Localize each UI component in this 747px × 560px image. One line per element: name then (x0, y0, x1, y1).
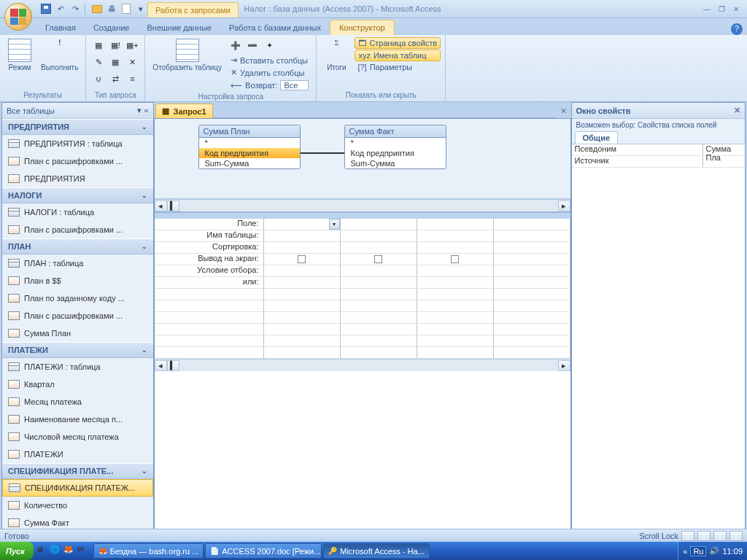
nav-item[interactable]: ПЛАТЕЖИ (2, 446, 153, 463)
nav-item[interactable]: ПРЕДПРИЯТИЯ : таблица (2, 135, 153, 152)
restore-button[interactable]: ❐ (715, 4, 728, 14)
insert-rows[interactable]: ➕ (228, 37, 244, 53)
nav-group-header[interactable]: ПРЕДПРИЯТИЯ⌄ (2, 119, 153, 135)
new-doc-icon (122, 4, 131, 14)
field-combo-button[interactable]: ▾ (329, 219, 340, 230)
ql-item[interactable]: 🌐 (50, 545, 63, 558)
nav-item[interactable]: План в $$ (2, 272, 153, 289)
qtype-select[interactable]: ▦ (90, 37, 107, 53)
taskbar-item[interactable]: 📄ACCESS 2007.doc [Режи... (205, 543, 322, 559)
propsheet-close[interactable]: ✕ (734, 106, 740, 115)
ribbon-tab-dbtools[interactable]: Работа с базами данных (220, 20, 330, 35)
nav-item[interactable]: Квартал (2, 376, 153, 393)
nav-group-header[interactable]: НАЛОГИ⌄ (2, 187, 153, 203)
ql-item[interactable]: 🖥 (36, 545, 49, 558)
nav-group-header[interactable]: ПЛАН⌄ (2, 238, 153, 254)
diagram-hscroll[interactable]: ◂▍▸ (155, 199, 570, 211)
field-list-2[interactable]: Сумма Факт * Код предприятия Sum-Сумма (344, 125, 446, 169)
return-combo[interactable]: Все (280, 80, 309, 90)
ribbon-tab-create[interactable]: Создание (85, 20, 139, 35)
property-sheet-button[interactable]: 🗔Страница свойств (355, 37, 441, 49)
minimize-button[interactable]: — (700, 4, 713, 14)
qtype-append[interactable]: ▦+ (124, 37, 140, 53)
close-button[interactable]: ✕ (729, 4, 743, 14)
start-button[interactable]: Пуск (0, 542, 34, 560)
language-indicator[interactable]: Ru (690, 546, 706, 556)
clock[interactable]: 11:09 (722, 547, 743, 556)
show-checkbox[interactable] (451, 255, 459, 263)
qat-redo[interactable]: ↷ (69, 2, 82, 15)
view-design[interactable] (713, 531, 727, 541)
nav-item[interactable]: НАЛОГИ : таблица (2, 203, 153, 221)
nav-item[interactable]: Количество (2, 497, 153, 514)
qat-undo[interactable]: ↶ (54, 2, 67, 15)
qtype-update[interactable]: ✎ (90, 54, 107, 70)
qbe-grid[interactable]: ▾ (264, 219, 570, 359)
nav-item[interactable]: ПЛАТЕЖИ : таблица (2, 358, 153, 376)
view-pivot[interactable] (729, 531, 743, 541)
tray-icon[interactable]: « (683, 547, 687, 556)
nav-item[interactable]: ПЛАН : таблица (2, 254, 153, 272)
builder[interactable]: ✦ (261, 37, 277, 53)
parameters-button[interactable]: [?]Параметры (355, 62, 441, 72)
qtype-union[interactable]: ∪ (90, 71, 107, 87)
delete-columns[interactable]: ✕Удалить столбцы (228, 67, 311, 78)
qry-icon (8, 380, 20, 389)
qtype-maketable[interactable]: ▦! (107, 37, 123, 53)
nav-item[interactable]: План с расшифровками ... (2, 221, 153, 238)
tray-icon[interactable]: 🔊 (709, 546, 719, 556)
qat-new[interactable] (120, 2, 133, 15)
nav-header[interactable]: Все таблицы ▾ « (2, 103, 153, 119)
group-results-label: Результаты (4, 90, 81, 99)
office-button[interactable] (4, 3, 32, 31)
view-button[interactable]: Режим (4, 37, 35, 73)
help-button[interactable]: ? (731, 23, 743, 35)
ribbon-tab-home[interactable]: Главная (36, 20, 85, 35)
qat-open[interactable] (90, 2, 104, 15)
qry-icon (8, 311, 20, 320)
table-names-button[interactable]: xyzИмена таблиц (355, 50, 441, 61)
qbe-hscroll[interactable]: ◂▍▸ (155, 359, 570, 371)
nav-item[interactable]: План с расшифровками ... (2, 307, 153, 324)
nav-item[interactable]: План с расшифровками ... (2, 152, 153, 170)
insert-columns[interactable]: ⇥Вставить столбцы (228, 55, 311, 66)
qat-save[interactable] (39, 2, 53, 15)
document-close[interactable]: ✕ (556, 104, 571, 118)
nav-item[interactable]: СПЕЦИФИКАЦИЯ ПЛАТЕЖ... (2, 479, 153, 497)
join-line[interactable] (301, 152, 344, 154)
prop-row[interactable]: Псевдоним Сумма Пла (572, 144, 745, 156)
run-button[interactable]: ! Выполнить (38, 37, 81, 73)
nav-item[interactable]: Наименование месяца п... (2, 411, 153, 428)
show-checkbox[interactable] (374, 255, 382, 263)
nav-item[interactable]: Месяц платежа (2, 393, 153, 411)
show-table-button[interactable]: Отобразить таблицу (150, 37, 225, 73)
ql-item[interactable]: 🦊 (63, 545, 77, 558)
nav-item[interactable]: План по заданному коду ... (2, 289, 153, 307)
taskbar-item[interactable]: 🔑Microsoft Access - На... (323, 543, 430, 559)
nav-item[interactable]: Сумма Факт (2, 514, 153, 529)
nav-item[interactable]: Сумма План (2, 324, 153, 342)
field-list-1[interactable]: Сумма План * Код предприятия Sum-Сумма (198, 125, 301, 169)
qat-print[interactable]: 🖶 (105, 2, 118, 15)
qtype-crosstab[interactable]: ▦ (107, 54, 123, 70)
propsheet-tab-general[interactable]: Общие (575, 131, 619, 144)
totals-button[interactable]: Σ Итоги (321, 37, 352, 73)
ribbon-tab-design[interactable]: Конструктор (330, 20, 395, 35)
nav-item[interactable]: Числовой месяц платежа (2, 428, 153, 446)
taskbar-item[interactable]: 🦊Бездна — bash.org.ru ... (93, 543, 204, 559)
view-datasheet[interactable] (681, 531, 694, 541)
nav-item[interactable]: ПРЕДПРИЯТИЯ (2, 170, 153, 187)
diagram-pane[interactable]: Сумма План * Код предприятия Sum-Сумма С… (155, 119, 570, 199)
document-tab[interactable]: ▦ Запрос1 (155, 104, 213, 118)
ql-item[interactable]: ✉ (77, 545, 90, 558)
qtype-datadef[interactable]: ≡ (124, 71, 140, 87)
nav-group-header[interactable]: ПЛАТЕЖИ⌄ (2, 342, 153, 358)
view-sql[interactable] (697, 531, 711, 541)
qat-customize[interactable]: ▾ (134, 2, 147, 15)
ribbon-tab-external[interactable]: Внешние данные (139, 20, 220, 35)
show-checkbox[interactable] (298, 255, 306, 263)
nav-group-header[interactable]: СПЕЦИФИКАЦИЯ ПЛАТЕ...⌄ (2, 463, 153, 479)
qtype-delete[interactable]: ✕ (124, 54, 140, 70)
delete-rows[interactable]: ➖ (244, 37, 260, 53)
prop-row[interactable]: Источник (572, 156, 745, 168)
